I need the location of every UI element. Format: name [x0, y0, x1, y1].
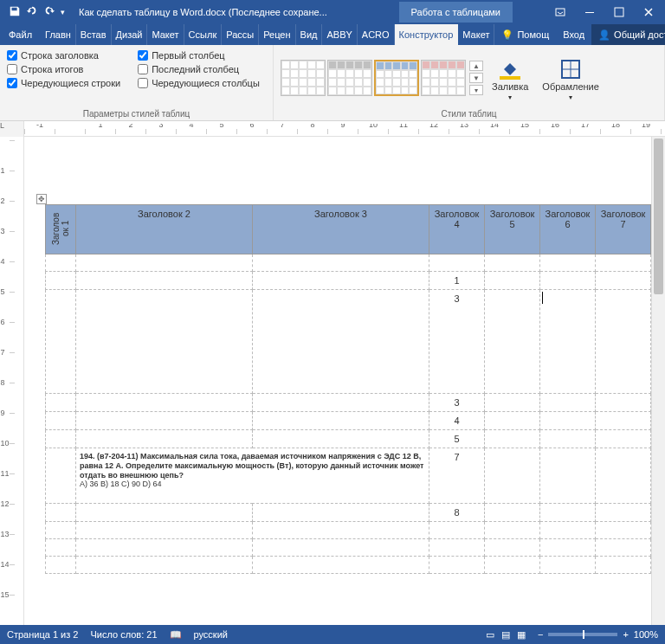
opt-banded-columns[interactable]: Чередующиеся столбцы [138, 78, 260, 88]
ruler-corner: L [0, 121, 24, 137]
ribbon-tab-strip: Файл Главн Встав Дизай Макет Ссылк Рассы… [0, 24, 665, 45]
status-language[interactable]: русский [194, 629, 228, 640]
window-controls [547, 2, 662, 23]
tab-references[interactable]: Ссылк [184, 24, 223, 45]
tab-view[interactable]: Вид [296, 24, 323, 45]
vertical-ruler[interactable]: 123456789101112131415 [0, 137, 24, 625]
header-cell-1[interactable]: Заголов ок 1 [49, 209, 72, 248]
quick-access-toolbar: ▾ [3, 5, 70, 19]
header-cell-4[interactable]: Заголовок 4 [429, 205, 485, 254]
table-row[interactable] [46, 254, 651, 272]
print-layout-icon[interactable]: ▤ [501, 629, 510, 641]
close-icon[interactable] [636, 2, 662, 23]
opt-header-row[interactable]: Строка заголовка [7, 50, 120, 61]
tab-home[interactable]: Главн [41, 24, 76, 45]
tab-abbyy[interactable]: ABBY [322, 24, 357, 45]
zoom-out-icon[interactable]: − [538, 629, 543, 640]
tab-review[interactable]: Рецен [259, 24, 295, 45]
tab-constructor[interactable]: Конструктор [395, 24, 459, 45]
table-row[interactable]: 5 [46, 430, 651, 448]
header-cell-7[interactable]: Заголовок 7 [595, 205, 650, 254]
status-page[interactable]: Страница 1 из 2 [7, 629, 78, 640]
tab-file[interactable]: Файл [0, 24, 41, 45]
table-row[interactable]: 1 [46, 272, 651, 290]
opt-first-column[interactable]: Первый столбец [138, 50, 260, 61]
tab-layout[interactable]: Макет [147, 24, 184, 45]
group-table-styles: ▲▼▾ Заливка▾ Обрамление▾ Стили таблиц [274, 45, 665, 120]
header-cell-2[interactable]: Заголовок 2 [76, 205, 253, 254]
undo-icon[interactable] [26, 5, 38, 19]
problem-cell[interactable]: 194. (в7-204-11) Максимальная сила тока,… [76, 448, 429, 504]
table-tools-context-tab: Работа с таблицами [399, 2, 513, 23]
group-label-table-styles: Стили таблиц [281, 107, 657, 119]
qat-dropdown-icon[interactable]: ▾ [61, 8, 65, 16]
table-row[interactable]: 3 [46, 394, 651, 412]
ribbon: Строка заголовка Строка итогов Чередующи… [0, 45, 665, 121]
share-button[interactable]: 👤Общий доступ [591, 24, 665, 45]
web-layout-icon[interactable]: ▦ [517, 629, 526, 641]
paint-bucket-icon [500, 59, 520, 80]
opt-last-column[interactable]: Последний столбец [138, 64, 260, 74]
document-table[interactable]: Заголов ок 1 Заголовок 2 Заголовок 3 Заг… [45, 204, 651, 574]
tab-insert[interactable]: Встав [76, 24, 112, 45]
borders-button[interactable]: Обрамление▾ [537, 55, 604, 101]
text-cursor [542, 292, 543, 304]
style-thumb-2[interactable] [327, 60, 372, 96]
zoom-level[interactable]: 100% [634, 629, 658, 640]
save-icon[interactable] [9, 5, 21, 19]
tab-table-layout[interactable]: Макет [458, 24, 494, 45]
status-bar: Страница 1 из 2 Число слов: 21 📖 русский… [0, 625, 665, 644]
svg-rect-3 [500, 76, 520, 80]
svg-rect-2 [615, 8, 623, 16]
zoom-in-icon[interactable]: + [623, 629, 628, 640]
tab-design[interactable]: Дизай [112, 24, 148, 45]
table-row[interactable]: 8 [46, 504, 651, 522]
spellcheck-icon[interactable]: 📖 [170, 629, 182, 641]
style-thumb-1[interactable] [281, 60, 326, 96]
tab-mailings[interactable]: Рассы [222, 24, 259, 45]
document-title: Как сделать таблицу в Word.docx (Последн… [70, 7, 399, 17]
table-row[interactable]: 3 [46, 290, 651, 394]
status-word-count[interactable]: Число слов: 21 [90, 629, 157, 640]
table-row[interactable] [46, 557, 651, 574]
svg-rect-0 [556, 9, 565, 16]
zoom-control[interactable]: − + 100% [538, 629, 658, 640]
table-move-handle-icon[interactable]: ✥ [36, 194, 47, 204]
read-mode-icon[interactable]: ▭ [486, 629, 494, 641]
header-cell-6[interactable]: Заголовок 6 [539, 205, 595, 254]
group-label-style-options: Параметры стилей таблиц [7, 107, 266, 119]
table-row[interactable]: 4 [46, 412, 651, 430]
table-row[interactable] [46, 539, 651, 557]
opt-total-row[interactable]: Строка итогов [7, 64, 120, 74]
table-row[interactable] [46, 522, 651, 539]
scrollbar-thumb[interactable] [654, 138, 663, 294]
table-row[interactable]: 194. (в7-204-11) Максимальная сила тока,… [46, 448, 651, 504]
style-thumb-4[interactable] [421, 60, 466, 96]
person-icon: 👤 [598, 29, 610, 41]
table-styles-gallery[interactable]: ▲▼▾ [281, 60, 483, 96]
tell-me-button[interactable]: 💡Помощ [494, 24, 556, 45]
title-bar: ▾ Как сделать таблицу в Word.docx (После… [0, 0, 665, 24]
redo-icon[interactable] [43, 5, 55, 19]
opt-banded-rows[interactable]: Чередующиеся строки [7, 78, 120, 88]
ribbon-options-icon[interactable] [547, 2, 573, 23]
signin-button[interactable]: Вход [556, 24, 591, 45]
horizontal-ruler[interactable]: L -11234567891011121314151617181920 [0, 121, 665, 137]
gallery-scroll[interactable]: ▲▼▾ [469, 61, 483, 95]
maximize-icon[interactable] [606, 2, 632, 23]
style-thumb-3[interactable] [374, 60, 419, 96]
group-table-style-options: Строка заголовка Строка итогов Чередующи… [0, 45, 274, 120]
document-area: 123456789101112131415 ✥ Заголов ок 1 Заг… [0, 137, 665, 625]
svg-rect-1 [585, 12, 594, 13]
table-header-row[interactable]: Заголов ок 1 Заголовок 2 Заголовок 3 Заг… [46, 205, 651, 254]
borders-icon [560, 59, 581, 80]
minimize-icon[interactable] [577, 2, 603, 23]
lightbulb-icon: 💡 [501, 29, 513, 41]
header-cell-5[interactable]: Заголовок 5 [485, 205, 540, 254]
zoom-slider[interactable] [548, 633, 617, 636]
vertical-scrollbar[interactable] [651, 137, 665, 625]
header-cell-3[interactable]: Заголовок 3 [253, 205, 429, 254]
tab-acrobat[interactable]: ACRO [358, 24, 395, 45]
page[interactable]: ✥ Заголов ок 1 Заголовок 2 Заголовок 3 З… [24, 137, 665, 625]
shading-button[interactable]: Заливка▾ [487, 55, 533, 101]
